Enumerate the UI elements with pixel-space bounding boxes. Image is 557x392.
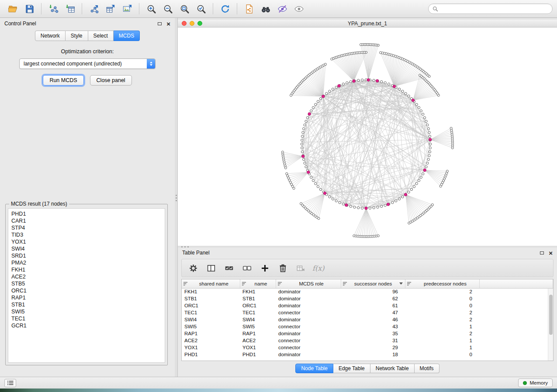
delete-columns-button[interactable] bbox=[277, 262, 289, 274]
import-table-button[interactable] bbox=[62, 2, 78, 16]
column-header-shared-name[interactable]: shared name bbox=[182, 279, 240, 288]
mcds-result-item[interactable]: TEC1 bbox=[8, 315, 165, 322]
network-node[interactable] bbox=[427, 127, 429, 130]
open-session-button[interactable] bbox=[5, 2, 21, 16]
network-hub-node[interactable] bbox=[365, 207, 367, 210]
network-node[interactable] bbox=[391, 201, 394, 203]
scrollbar-thumb[interactable] bbox=[549, 295, 553, 335]
column-header-successor-nodes[interactable]: successor nodes bbox=[341, 279, 405, 288]
import-network-button[interactable] bbox=[45, 2, 61, 16]
export-table-button[interactable] bbox=[103, 2, 118, 16]
tab-select[interactable]: Select bbox=[88, 31, 114, 41]
network-node[interactable] bbox=[429, 143, 431, 145]
tab-network-table[interactable]: Network Table bbox=[370, 364, 415, 373]
tab-edge-table[interactable]: Edge Table bbox=[333, 364, 370, 373]
tab-mcds[interactable]: MCDS bbox=[114, 31, 140, 41]
network-node[interactable] bbox=[335, 86, 337, 88]
column-header-predecessor-nodes[interactable]: predecessor nodes bbox=[405, 279, 479, 288]
network-node[interactable] bbox=[310, 110, 312, 112]
network-hub-node[interactable] bbox=[412, 99, 414, 102]
network-node[interactable] bbox=[360, 44, 362, 46]
show-columns-button[interactable] bbox=[205, 262, 217, 274]
tab-network[interactable]: Network bbox=[35, 31, 66, 41]
close-panel-icon[interactable]: × bbox=[166, 21, 170, 27]
table-row[interactable]: SWI5SWI5connector431 bbox=[182, 323, 553, 330]
table-scrollbar[interactable] bbox=[548, 289, 553, 361]
mcds-result-item[interactable]: ACE2 bbox=[8, 273, 165, 280]
network-node[interactable] bbox=[332, 198, 334, 200]
show-elements-button[interactable] bbox=[291, 2, 307, 16]
network-node[interactable] bbox=[373, 206, 375, 209]
network-hub-node[interactable] bbox=[387, 203, 389, 206]
network-node[interactable] bbox=[315, 103, 317, 106]
table-row[interactable]: TEC1TEC1connector472 bbox=[182, 309, 553, 316]
dropdown-stepper-icon[interactable] bbox=[147, 59, 155, 69]
network-hub-node[interactable] bbox=[308, 113, 311, 115]
refresh-view-button[interactable] bbox=[217, 2, 233, 16]
table-mode-button[interactable] bbox=[187, 262, 199, 274]
network-node[interactable] bbox=[415, 103, 418, 106]
table-row[interactable]: RAP1RAP1dominator352 bbox=[182, 330, 553, 337]
network-node[interactable] bbox=[302, 131, 304, 134]
network-hub-node[interactable] bbox=[376, 79, 378, 82]
table-row[interactable]: STB1STB1dominator620 bbox=[182, 295, 553, 302]
network-node[interactable] bbox=[329, 196, 331, 198]
network-node[interactable] bbox=[398, 88, 400, 90]
mcds-result-item[interactable]: SWI4 bbox=[8, 245, 165, 252]
network-node[interactable] bbox=[301, 151, 303, 153]
zoom-selected-button[interactable] bbox=[193, 2, 209, 16]
mcds-result-item[interactable]: GCR1 bbox=[8, 322, 165, 329]
network-hub-node[interactable] bbox=[323, 192, 326, 194]
network-hub-node[interactable] bbox=[322, 95, 324, 98]
network-node[interactable] bbox=[301, 135, 303, 138]
network-node[interactable] bbox=[353, 206, 356, 208]
float-table-panel-icon[interactable] bbox=[540, 251, 544, 254]
mcds-result-item[interactable]: STB5 bbox=[8, 280, 165, 287]
network-node[interactable] bbox=[387, 83, 390, 85]
hide-elements-button[interactable] bbox=[274, 2, 290, 16]
network-node[interactable] bbox=[413, 186, 415, 188]
mcds-result-item[interactable]: STP4 bbox=[8, 224, 165, 231]
network-node[interactable] bbox=[331, 58, 333, 60]
network-node[interactable] bbox=[335, 199, 337, 202]
network-node[interactable] bbox=[429, 147, 431, 149]
delete-table-button[interactable] bbox=[294, 262, 307, 274]
network-node[interactable] bbox=[401, 90, 404, 92]
network-node[interactable] bbox=[342, 203, 344, 205]
network-node[interactable] bbox=[319, 188, 322, 190]
network-hub-node[interactable] bbox=[367, 79, 370, 81]
network-hub-node[interactable] bbox=[302, 155, 304, 158]
network-node[interactable] bbox=[317, 186, 319, 188]
window-minimize-icon[interactable] bbox=[190, 21, 194, 26]
network-hub-node[interactable] bbox=[404, 193, 407, 196]
network-node[interactable] bbox=[429, 151, 431, 153]
table-row[interactable]: YOX1YOX1connector291 bbox=[182, 344, 553, 351]
network-node[interactable] bbox=[342, 83, 344, 85]
network-node[interactable] bbox=[318, 217, 320, 220]
task-history-button[interactable] bbox=[4, 379, 16, 387]
network-node[interactable] bbox=[293, 187, 295, 189]
network-node[interactable] bbox=[325, 93, 328, 95]
network-node[interactable] bbox=[384, 204, 386, 206]
table-row[interactable]: ORC1ORC1dominator610 bbox=[182, 302, 553, 309]
network-node[interactable] bbox=[423, 117, 426, 119]
network-node[interactable] bbox=[284, 167, 287, 169]
network-node[interactable] bbox=[425, 165, 427, 168]
network-node[interactable] bbox=[301, 139, 303, 141]
network-node[interactable] bbox=[419, 74, 421, 76]
network-node[interactable] bbox=[377, 235, 379, 237]
export-network-button[interactable] bbox=[86, 2, 102, 16]
table-row[interactable]: FKH1FKH1dominator962 bbox=[182, 288, 553, 295]
network-node[interactable] bbox=[380, 205, 382, 207]
tab-motifs[interactable]: Motifs bbox=[415, 364, 439, 373]
network-node[interactable] bbox=[418, 107, 420, 109]
share-document-button[interactable] bbox=[241, 2, 257, 16]
export-image-button[interactable] bbox=[119, 2, 135, 16]
network-node[interactable] bbox=[317, 100, 319, 103]
network-node[interactable] bbox=[380, 81, 382, 83]
network-hub-node[interactable] bbox=[338, 85, 340, 87]
zoom-fit-button[interactable] bbox=[176, 2, 192, 16]
table-row[interactable]: ACE2ACE2connector311 bbox=[182, 337, 553, 344]
float-panel-icon[interactable] bbox=[158, 22, 162, 25]
network-node[interactable] bbox=[380, 52, 382, 54]
